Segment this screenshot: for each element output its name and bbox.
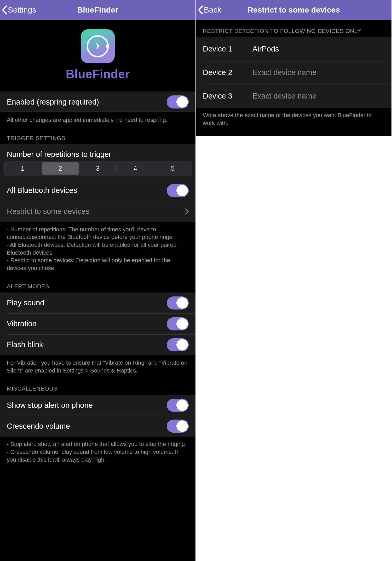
stop-alert-toggle[interactable]	[167, 399, 189, 412]
chevron-left-icon	[198, 5, 203, 15]
misc-footer: - Stop alert: show an alert on phone tha…	[0, 437, 195, 469]
restrict-devices-cell[interactable]: Restrict to some devices	[0, 201, 195, 222]
crescendo-toggle[interactable]	[167, 420, 189, 433]
enabled-cell: Enabled (respring required)	[0, 91, 195, 112]
vibration-toggle[interactable]	[167, 317, 189, 330]
trigger-header: TRIGGER SETTINGS	[0, 130, 195, 144]
restrict-devices-label: Restrict to some devices	[7, 207, 89, 216]
all-devices-toggle[interactable]	[167, 184, 189, 197]
alert-header: ALERT MODES	[0, 278, 195, 293]
back-label: Settings	[8, 5, 36, 14]
reps-segment-3[interactable]: 3	[79, 162, 117, 175]
all-devices-label: All Bluetooth devices	[7, 186, 77, 195]
trigger-footer: - Number of repetitions: The number of t…	[0, 222, 195, 278]
enabled-toggle[interactable]	[167, 95, 189, 108]
navbar-restrict: Back Restrict to some devices	[196, 0, 391, 20]
device-name-input[interactable]	[252, 68, 385, 77]
enabled-group: Enabled (respring required)	[0, 91, 195, 112]
navbar-main: Settings BlueFinder	[0, 0, 195, 20]
stop-alert-label: Show stop alert on phone	[7, 401, 93, 410]
trigger-group: Number of repetitions to trigger 12345 A…	[0, 144, 195, 222]
device-key: Device 1	[203, 45, 242, 53]
reps-segmented: 12345	[3, 161, 192, 176]
stop-alert-cell: Show stop alert on phone	[0, 395, 195, 416]
reps-segment-1[interactable]: 1	[4, 162, 42, 175]
misc-header: MISCALLENEOUS	[0, 380, 195, 395]
crescendo-label: Crescendo volume	[7, 422, 70, 431]
device-row-2: Device 2	[196, 61, 391, 84]
reps-segment-5[interactable]: 5	[154, 162, 192, 175]
device-key: Device 3	[203, 92, 242, 100]
back-button[interactable]: Back	[196, 5, 221, 15]
reps-segmented-wrap: 12345	[0, 161, 195, 180]
main-scroll[interactable]: BlueFinder Enabled (respring required) A…	[0, 20, 195, 561]
reps-label: Number of repetitions to trigger	[0, 144, 195, 161]
crescendo-cell: Crescendo volume	[0, 416, 195, 437]
all-devices-cell: All Bluetooth devices	[0, 180, 195, 201]
chevron-left-icon	[2, 5, 7, 15]
restrict-header: RESTRICT DETECTION TO FOLLOWING DEVICES …	[196, 20, 391, 37]
device-name-input[interactable]	[252, 92, 385, 100]
device-row-3: Device 3	[196, 84, 391, 108]
app-logo-block: BlueFinder	[0, 20, 195, 91]
play-sound-label: Play sound	[7, 299, 44, 307]
device-key: Device 2	[203, 68, 242, 77]
restrict-footer: Write above the exact name of the device…	[196, 108, 391, 133]
back-label: Back	[204, 5, 221, 14]
settings-pane-restrict: Back Restrict to some devices RESTRICT D…	[196, 0, 391, 136]
flash-toggle[interactable]	[167, 338, 189, 351]
enabled-label: Enabled (respring required)	[7, 98, 99, 106]
reps-segment-4[interactable]: 4	[117, 162, 154, 175]
enabled-footer: All other changes are applied immediatel…	[0, 112, 195, 130]
alert-group: Play sound Vibration Flash blink	[0, 293, 195, 355]
app-icon	[81, 29, 115, 63]
device-row-1: Device 1	[196, 37, 391, 61]
logo-text: BlueFinder	[66, 67, 130, 81]
vibration-label: Vibration	[7, 319, 37, 328]
flash-cell: Flash blink	[0, 334, 195, 355]
misc-group: Show stop alert on phone Crescendo volum…	[0, 395, 195, 437]
chevron-right-icon	[185, 208, 189, 215]
play-sound-toggle[interactable]	[167, 296, 189, 310]
reps-segment-2[interactable]: 2	[42, 162, 79, 175]
vibration-cell: Vibration	[0, 313, 195, 334]
nav-title: Restrict to some devices	[196, 5, 391, 14]
settings-pane-main: Settings BlueFinder BlueFinder Enabled (…	[0, 0, 196, 561]
device-name-input[interactable]	[252, 45, 385, 53]
flash-label: Flash blink	[7, 340, 43, 349]
back-to-settings-button[interactable]: Settings	[0, 5, 36, 15]
devices-group: Device 1Device 2Device 3	[196, 37, 391, 108]
play-sound-cell: Play sound	[0, 293, 195, 313]
alert-footer: For Vibration you have to ensure that "V…	[0, 355, 195, 380]
